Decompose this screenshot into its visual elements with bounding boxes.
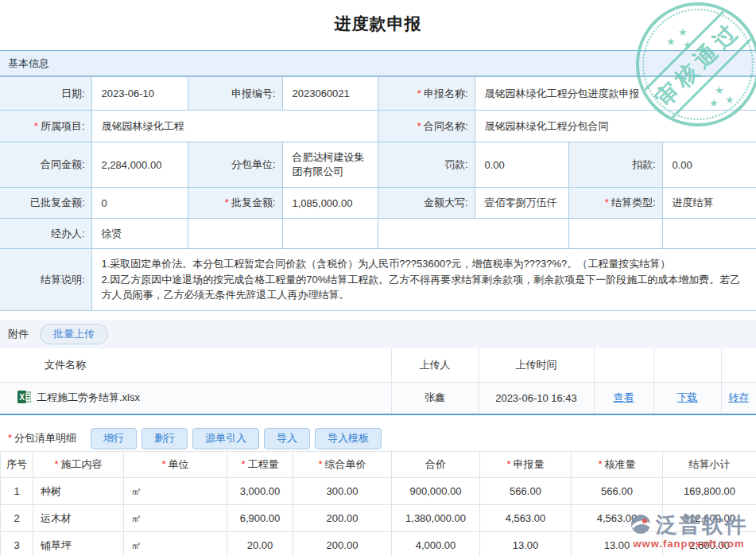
source-import-button[interactable]: 源单引入 [192, 428, 259, 449]
required-asterisk: * [161, 458, 165, 470]
cell-unit-price: 300.00 [293, 478, 392, 505]
attachments-header-empty [653, 348, 721, 382]
batch-upload-button[interactable]: 批量上传 [40, 324, 108, 344]
contract-amount-value: 2,284,000.00 [91, 142, 188, 188]
cell-approved: 566.00 [572, 478, 663, 505]
project-value: 晟铭园林绿化工程 [91, 111, 378, 142]
penalty-value: 0.00 [475, 142, 568, 188]
cell-total: 900,000.00 [392, 478, 480, 505]
approval-amount-label: *批复金额: [188, 188, 282, 219]
empty-cell [188, 219, 282, 249]
required-asterisk: * [318, 458, 322, 470]
excel-file-icon: X [17, 391, 31, 406]
detail-row: 3 铺草坪 ㎡ 20.00 200.00 4,000.00 13.00 13.0… [1, 532, 756, 556]
declare-name-value: 晟铭园林绿化工程分包进度款申报 [475, 77, 756, 111]
settle-note-line-1: 1.采取固定单价法。本分包工程暂定合同价款（含税价）为人民币???53600?元… [102, 256, 747, 272]
date-label: 日期: [0, 77, 91, 111]
basic-info-section-header: 基本信息 [0, 50, 756, 76]
detail-header-total: 合价 [392, 452, 480, 478]
detail-section-title: *分包清单明细 [8, 431, 76, 445]
detail-header-no: 序号 [1, 452, 33, 478]
contract-amount-label: 合同金额: [0, 142, 91, 188]
subcontractor-value: 合肥达柯建设集团有限公司 [282, 142, 378, 188]
cell-subtotal: 169,800.00 [663, 478, 756, 505]
cell-approved: 13.00 [572, 532, 663, 556]
declare-no-value: 2023060021 [282, 77, 378, 111]
required-asterisk: * [241, 458, 245, 470]
detail-row: 1 种树 ㎡ 3,000.00 300.00 900,000.00 566.00… [1, 478, 756, 505]
attachment-row: X 工程施工劳务结算.xlsx 张鑫 2023-06-10 16:43 查看 下… [0, 382, 756, 414]
required-asterisk: * [598, 458, 602, 470]
cell-declared: 566.00 [480, 478, 572, 505]
detail-header-unit-price: *综合单价 [293, 452, 392, 478]
cell-quantity: 6,900.00 [227, 505, 293, 532]
deduction-label: 扣款: [568, 142, 662, 188]
attachment-upload-time: 2023-06-10 16:43 [479, 382, 594, 414]
svg-text:X: X [19, 393, 25, 402]
settle-note-value: 1.采取固定单价法。本分包工程暂定合同价款（含税价）为人民币???53600?元… [91, 249, 756, 311]
settle-note-label: 结算说明: [0, 249, 91, 311]
required-asterisk: * [506, 458, 510, 470]
download-link[interactable]: 下载 [677, 391, 698, 403]
deduction-value: 0.00 [662, 142, 756, 188]
date-value: 2023-06-10 [91, 77, 188, 111]
cell-no: 2 [1, 505, 33, 532]
star-icon: ★ [666, 37, 676, 47]
cell-unit: ㎡ [124, 532, 227, 556]
required-asterisk: * [605, 196, 609, 208]
cell-content: 运木材 [33, 505, 124, 532]
required-asterisk: * [54, 458, 58, 470]
approval-amount-value: 1,085,000.00 [282, 188, 378, 219]
detail-row: 2 运木材 ㎡ 6,900.00 200.00 1,380,000.00 4,5… [1, 505, 756, 532]
project-label: *所属项目: [0, 111, 91, 142]
required-asterisk: * [417, 120, 421, 132]
cell-content: 铺草坪 [33, 532, 124, 556]
penalty-label: 罚款: [378, 142, 475, 188]
star-icon: ★ [683, 40, 692, 50]
detail-header-declared: *申报量 [480, 452, 572, 478]
cell-quantity: 3,000.00 [227, 478, 293, 505]
attachments-section-title: 附件 [8, 327, 29, 341]
empty-cell [282, 219, 378, 249]
import-button[interactable]: 导入 [264, 428, 310, 449]
required-asterisk: * [34, 120, 38, 132]
cell-no: 3 [1, 532, 33, 556]
empty-cell [568, 219, 662, 249]
cell-no: 1 [1, 478, 33, 505]
attachments-header-uploader: 上传人 [391, 348, 479, 382]
amount-caps-label: 金额大写: [378, 188, 475, 219]
cell-quantity: 20.00 [227, 532, 293, 556]
save-as-link[interactable]: 转存 [728, 391, 749, 403]
amount-caps-value: 壹佰零捌万伍仟 [475, 188, 568, 219]
detail-header-unit: *单位 [124, 452, 227, 478]
required-asterisk: * [417, 87, 421, 99]
cell-unit: ㎡ [124, 478, 227, 505]
cell-unit-price: 200.00 [293, 532, 392, 556]
cell-approved: 4,563.00 [572, 505, 663, 532]
attachment-file-name[interactable]: 工程施工劳务结算.xlsx [37, 391, 140, 405]
detail-header-approved: *核准量 [572, 452, 663, 478]
detail-header-content: *施工内容 [33, 452, 124, 478]
progress-payment-declaration-page: 进度款申报 基本信息 日期: 2023-06-10 申报编号: 20230600… [0, 0, 756, 556]
view-link[interactable]: 查看 [614, 391, 634, 403]
detail-header-subtotal: 结算小计 [663, 452, 756, 478]
attachment-uploader: 张鑫 [391, 382, 479, 414]
contract-name-value: 晟铭园林绿化工程分包合同 [475, 111, 756, 142]
attachments-header-upload-time: 上传时间 [479, 348, 594, 382]
handler-label: 经办人: [0, 219, 91, 249]
cell-total: 4,000.00 [392, 532, 480, 556]
declare-no-label: 申报编号: [188, 77, 282, 111]
delete-row-button[interactable]: 删行 [142, 428, 188, 449]
required-asterisk: * [225, 196, 229, 208]
settle-type-value: 进度结算 [662, 188, 756, 219]
settle-note-line-2: 2.因乙方原因中途退场的按完成合格工程量的70%结算工程款。乙方不得再要求结算剩… [102, 272, 747, 303]
detail-header-quantity: *工程量 [227, 452, 293, 478]
page-title: 进度款申报 [0, 0, 756, 33]
attachments-section-header: 附件 批量上传 [0, 320, 756, 348]
add-row-button[interactable]: 增行 [91, 428, 137, 449]
import-template-button[interactable]: 导入模板 [315, 428, 382, 449]
contract-name-label: *合同名称: [378, 111, 475, 142]
attachments-header-empty [594, 348, 653, 382]
cell-subtotal: 912,600.00 [663, 505, 756, 532]
detail-section-header: *分包清单明细 增行 删行 源单引入 导入 导入模板 [0, 426, 756, 451]
